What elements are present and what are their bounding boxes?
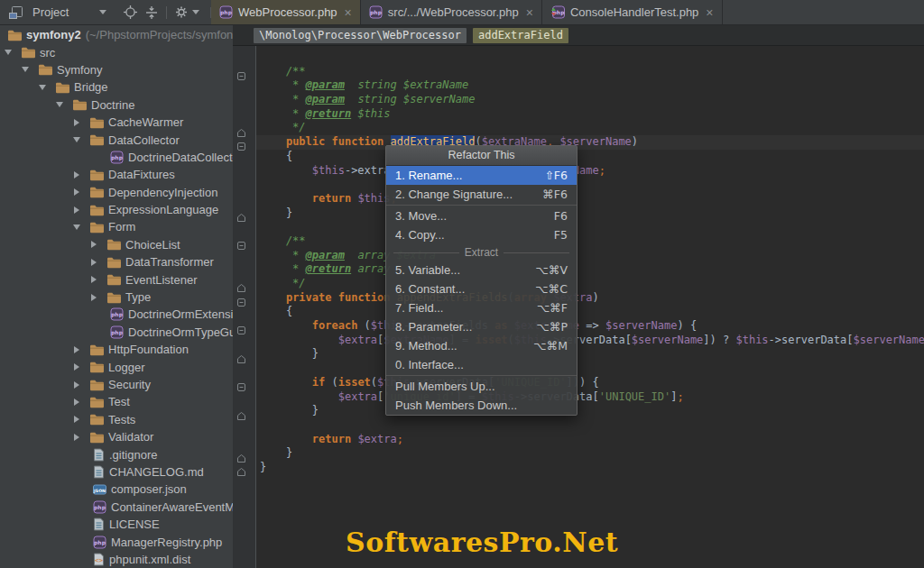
expanded-arrow-icon[interactable] (71, 137, 82, 142)
menu-item-label: 2. Change Signature... (395, 188, 513, 201)
tree-item[interactable]: Symfony (0, 61, 233, 78)
tree-item[interactable]: phpDoctrineDataCollector.php (0, 149, 233, 166)
code-line (260, 220, 924, 234)
breadcrumb-namespace[interactable]: \Monolog\Processor\WebProcessor (254, 28, 467, 43)
fold-end-icon[interactable] (237, 463, 245, 480)
tree-item-label: DoctrineOrmTypeGuesser.php (128, 325, 233, 339)
close-tab-icon[interactable]: × (526, 6, 533, 19)
tree-item[interactable]: .gitignore (0, 445, 233, 463)
close-tab-icon[interactable]: × (706, 6, 713, 19)
fold-collapse-icon[interactable] (237, 237, 245, 253)
menu-item-label: 5. Variable... (395, 263, 460, 277)
collapsed-arrow-icon[interactable] (71, 346, 82, 353)
tree-item[interactable]: HttpFoundation (0, 341, 233, 358)
fold-end-icon[interactable] (237, 209, 245, 225)
tree-item[interactable]: DataFixtures (0, 166, 233, 183)
tree-item-label: Bridge (74, 80, 108, 94)
menu-item[interactable]: 6. Constant...⌥⌘C (386, 279, 577, 298)
chevron-down-icon[interactable] (99, 10, 106, 14)
editor-tab[interactable]: phpWebProcessor.php× (211, 0, 361, 24)
tree-item[interactable]: DependencyInjection (0, 184, 233, 201)
code-line: * @param array $extra (260, 249, 924, 263)
tree-item[interactable]: phpDoctrineOrmTypeGuesser.php (0, 324, 233, 341)
collapsed-arrow-icon[interactable] (71, 188, 82, 196)
fold-collapse-icon[interactable] (237, 68, 245, 84)
tree-item[interactable]: Form (0, 218, 233, 235)
gear-dropdown-chevron-icon[interactable] (192, 10, 199, 14)
tree-item[interactable]: EventListener (0, 270, 233, 288)
tree-item[interactable]: Tests (0, 411, 233, 428)
tree-item[interactable]: DataCollector (0, 131, 233, 148)
tree-item[interactable]: DataTransformer (0, 253, 233, 270)
editor-tab[interactable]: phpsrc/.../WebProcessor.php× (361, 0, 542, 24)
expanded-arrow-icon[interactable] (71, 224, 82, 230)
tree-item-label: ManagerRegistry.php (111, 536, 222, 549)
collapsed-arrow-icon[interactable] (71, 434, 82, 441)
settings-gear-icon[interactable] (172, 4, 190, 22)
menu-item[interactable]: 4. Copy...F5 (386, 225, 577, 244)
expanded-arrow-icon[interactable] (20, 67, 31, 72)
collapsed-arrow-icon[interactable] (71, 119, 82, 126)
editor-area[interactable]: \Monolog\Processor\WebProcessor addExtra… (233, 25, 924, 568)
tree-item[interactable]: ExpressionLanguage (0, 201, 233, 218)
collapsed-arrow-icon[interactable] (71, 206, 82, 214)
tree-item[interactable]: CHANGELOG.md (0, 463, 233, 481)
menu-item[interactable]: 2. Change Signature...⌘F6 (386, 185, 577, 204)
menu-item[interactable]: 3. Move...F6 (386, 206, 577, 225)
collapsed-arrow-icon[interactable] (71, 399, 82, 406)
menu-item[interactable]: 7. Field...⌥⌘F (386, 298, 577, 317)
menu-item[interactable]: 8. Parameter...⌥⌘P (386, 317, 577, 336)
collapsed-arrow-icon[interactable] (88, 259, 99, 266)
tree-item[interactable]: src (0, 43, 233, 60)
tree-item[interactable]: phpManagerRegistry.php (0, 533, 233, 550)
fold-collapse-icon[interactable] (237, 294, 245, 310)
fold-collapse-icon[interactable] (237, 138, 245, 154)
tree-item[interactable]: symfony2(~/PhpstormProjects/symfony2) (0, 26, 233, 43)
editor-gutter[interactable] (233, 46, 256, 568)
collapsed-arrow-icon[interactable] (71, 416, 82, 423)
top-bar: Project phpWebProcessor.php×phpsrc/.../W… (0, 0, 924, 25)
tree-item[interactable]: JSONcomposer.json (0, 481, 233, 498)
collapsed-arrow-icon[interactable] (88, 241, 99, 248)
fold-end-icon[interactable] (237, 408, 245, 424)
breadcrumb-method[interactable]: addExtraField (473, 28, 568, 43)
menu-item[interactable]: Pull Members Up... (386, 377, 577, 396)
tree-item[interactable]: Logger (0, 358, 233, 375)
tree-item[interactable]: Validator (0, 428, 233, 445)
menu-item[interactable]: 5. Variable...⌥⌘V (386, 261, 577, 279)
tree-item[interactable]: phpDoctrineOrmExtension.php (0, 306, 233, 323)
expanded-arrow-icon[interactable] (3, 50, 14, 55)
tree-item[interactable]: Security (0, 376, 233, 393)
collapsed-arrow-icon[interactable] (71, 363, 82, 371)
tree-item[interactable]: LICENSE (0, 516, 233, 533)
collapsed-arrow-icon[interactable] (88, 294, 99, 301)
menu-item[interactable]: Push Members Down... (386, 396, 577, 415)
collapse-all-icon[interactable] (143, 4, 161, 22)
tree-item[interactable]: CacheWarmer (0, 114, 233, 131)
fold-collapse-icon[interactable] (237, 379, 245, 395)
menu-section-header: Extract (386, 244, 577, 261)
close-tab-icon[interactable]: × (345, 6, 352, 19)
menu-item[interactable]: 1. Rename...⇧F6 (386, 166, 577, 185)
tree-item[interactable]: Test (0, 393, 233, 410)
fold-collapse-icon[interactable] (237, 322, 245, 338)
expanded-arrow-icon[interactable] (54, 102, 65, 107)
tree-item[interactable]: Doctrine (0, 96, 233, 114)
tree-item[interactable]: ChoiceList (0, 236, 233, 253)
expanded-arrow-icon[interactable] (37, 85, 48, 90)
tree-item[interactable]: phpContainerAwareEventManager.php (0, 499, 233, 516)
menu-item[interactable]: 0. Interface... (386, 355, 577, 374)
collapsed-arrow-icon[interactable] (71, 381, 82, 389)
tree-item[interactable]: Type (0, 289, 233, 306)
collapsed-arrow-icon[interactable] (88, 276, 99, 283)
fold-end-icon[interactable] (237, 351, 245, 367)
svg-text:php: php (111, 329, 124, 336)
menu-item[interactable]: 9. Method...⌥⌘M (386, 336, 577, 355)
code-view[interactable]: /** * @param string $extraName * @param … (256, 46, 924, 568)
editor-tab[interactable]: phpConsoleHandlerTest.php× (542, 0, 723, 24)
tree-item[interactable]: <>phpunit.xml.dist (0, 551, 233, 568)
collapsed-arrow-icon[interactable] (71, 171, 82, 179)
project-tool-window: symfony2(~/PhpstormProjects/symfony2)src… (0, 25, 234, 568)
tree-item[interactable]: Bridge (0, 78, 233, 96)
crosshair-target-icon[interactable] (121, 4, 139, 22)
